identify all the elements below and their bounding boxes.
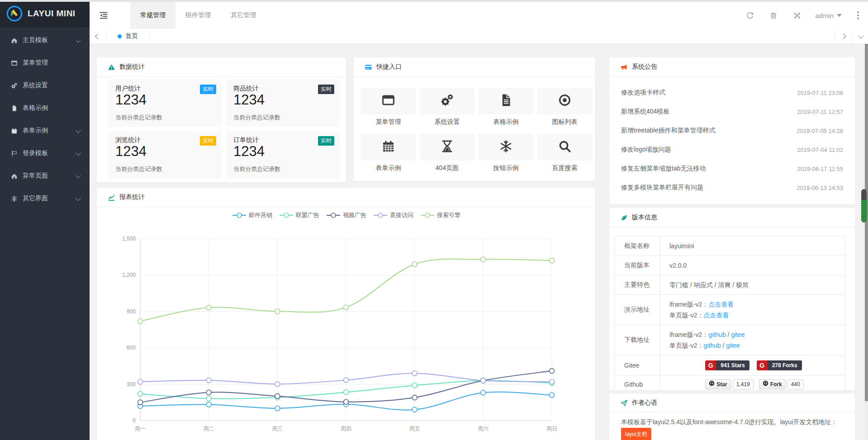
caret-down-icon	[837, 14, 842, 17]
announcement-row[interactable]: 修复多模块菜单栏展开有问题 2019-06-13 14:53	[609, 178, 855, 197]
user-menu[interactable]: admin	[809, 12, 848, 19]
quick-entry-百度搜索[interactable]: 百度搜索	[537, 134, 592, 172]
tabs-menu-button[interactable]	[851, 29, 868, 43]
version-row-主要特色: 主要特色 零门槛 / 响应式 / 清爽 / 极简	[615, 275, 845, 295]
svg-text:周三: 周三	[272, 426, 283, 432]
logo[interactable]: LAYUI MINI	[0, 0, 90, 27]
link-gitee[interactable]: gitee	[731, 331, 745, 338]
layui-mini-logo-icon	[6, 5, 23, 22]
stat-value: 1234	[115, 92, 147, 108]
legend-marker-icon	[279, 212, 294, 218]
sidebar-item-登录模板[interactable]: 登录模板	[0, 142, 90, 165]
refresh-button[interactable]	[738, 11, 762, 19]
card-title: 版本信息	[632, 213, 657, 222]
stat-value: 1234	[233, 92, 265, 108]
fullscreen-button[interactable]	[785, 12, 809, 19]
tabs-scroll-left-button[interactable]	[90, 29, 106, 43]
search-icon	[558, 139, 572, 155]
version-label: 下载地址	[615, 325, 660, 355]
sidebar-item-主页模板[interactable]: 主页模板	[0, 29, 90, 52]
quick-entry-label: 百度搜索	[537, 164, 592, 172]
hourglass-icon	[440, 139, 454, 155]
stat-value: 1234	[233, 143, 265, 160]
quick-entry-按钮示例[interactable]: 按钮示例	[479, 134, 533, 172]
sidebar-item-其它界面[interactable]: 其它界面	[0, 187, 90, 210]
legend-item-视频广告[interactable]: 视频广告	[326, 211, 366, 219]
announcement-date: 2019-06-13 14:53	[797, 185, 843, 191]
announcement-row[interactable]: 修改logo缩放问题 2019-07-04 11:02	[609, 140, 855, 159]
layui-doc-badge[interactable]: layui文档	[621, 428, 651, 440]
link-gitee[interactable]: gitee	[726, 342, 740, 349]
home-icon	[10, 37, 18, 44]
top-header: 常规管理组件管理其它管理 admin	[90, 0, 868, 29]
trash-icon	[769, 11, 778, 19]
version-label: 框架名称	[615, 237, 660, 255]
calendar-icon	[10, 128, 18, 134]
github-Star-button[interactable]: Star1,419	[705, 379, 753, 389]
legend-item-直接访问[interactable]: 直接访问	[373, 211, 413, 219]
chevron-down-icon	[76, 127, 81, 133]
scrollbar-thumb[interactable]	[865, 44, 868, 401]
legend-item-邮件营销[interactable]: 邮件营销	[232, 211, 272, 219]
card-title: 快捷入口	[376, 63, 402, 71]
gitee-badge[interactable]: G278 Forks	[757, 360, 802, 370]
stat-desc: 当前分类总记录数	[233, 114, 280, 122]
version-row-下载地址: 下载地址 iframe版-v2：github / gitee单页版-v2：git…	[615, 325, 845, 355]
link-github[interactable]: github	[708, 331, 726, 338]
quick-entry-图标列表[interactable]: 图标列表	[537, 88, 592, 126]
module-tab-常规管理[interactable]: 常规管理	[130, 2, 175, 29]
github-Fork-button[interactable]: Fork440	[759, 379, 804, 389]
quick-entry-表格示例[interactable]: 表格示例	[479, 88, 533, 126]
clear-cache-button[interactable]	[762, 11, 785, 19]
gitee-badge[interactable]: G941 Stars	[705, 360, 749, 370]
version-row-当前版本: 当前版本 v2.0.0	[615, 256, 845, 275]
sidebar-item-系统设置[interactable]: 系统设置	[0, 74, 90, 97]
announcement-text: 修改选项卡样式	[621, 89, 665, 97]
line-chart-icon	[108, 194, 115, 201]
sidebar-item-label: 异常页面	[23, 172, 48, 180]
legend-item-搜索引擎[interactable]: 搜索引擎	[420, 211, 460, 219]
tabs-scroll-right-button[interactable]	[835, 29, 851, 43]
announcement-row[interactable]: 修改选项卡样式 2019-07-11 23:06	[609, 83, 855, 102]
announcement-row[interactable]: 修复左侧菜单缩放tab无法移动 2019-06-17 11:55	[609, 159, 855, 178]
quick-entry-label: 404页面	[420, 164, 474, 172]
quick-entry-系统设置[interactable]: 系统设置	[420, 88, 474, 126]
sidebar-item-表格示例[interactable]: 表格示例	[0, 97, 90, 119]
sidebar-item-label: 表格示例	[23, 104, 48, 112]
svg-text:周六: 周六	[478, 426, 489, 432]
chart-legend: 邮件营销 联盟广告 视频广告 直接访问 搜索引擎	[97, 211, 595, 219]
legend-item-联盟广告[interactable]: 联盟广告	[279, 211, 319, 219]
module-tab-组件管理[interactable]: 组件管理	[175, 2, 221, 29]
link-github[interactable]: github	[703, 342, 721, 349]
tab-home[interactable]: 首页	[106, 29, 150, 43]
author-paragraph: 本模板基于layui2.5.4以及font-awesome-4.7.0进行实现。…	[621, 417, 843, 427]
announcement-row[interactable]: 新增系统404模板 2019-07-11 12:57	[609, 102, 855, 121]
inner-scrollbar-green-thumb[interactable]	[861, 189, 867, 222]
version-label: 当前版本	[615, 256, 660, 275]
quick-entry-404页面[interactable]: 404页面	[420, 134, 474, 172]
version-label: 主要特色	[615, 275, 660, 294]
stat-desc: 当前分类总记录数	[115, 114, 162, 122]
link-点击查看[interactable]: 点击查看	[703, 312, 729, 319]
announcement-row[interactable]: 新增treetable插件和菜单管理样式 2019-07-05 14:28	[609, 121, 855, 140]
quick-entry-表单示例[interactable]: 表单示例	[361, 134, 416, 172]
chevron-down-icon	[76, 195, 81, 201]
quick-entry-菜单管理[interactable]: 菜单管理	[361, 88, 416, 126]
announcement-date: 2019-07-11 12:57	[797, 109, 843, 115]
legend-label: 视频广告	[343, 211, 366, 219]
legend-label: 邮件营销	[249, 211, 272, 219]
file-icon	[10, 105, 18, 112]
version-value: v2.0.0	[669, 260, 845, 271]
sidebar-item-表单示例[interactable]: 表单示例	[0, 119, 90, 142]
fullscreen-icon	[793, 12, 801, 19]
quick-entry-grid: 菜单管理 系统设置 表格示例 图标列表 表单示例 404页面 按钮示例 百度搜索	[354, 77, 595, 172]
collapse-sidebar-button[interactable]	[90, 2, 118, 29]
quick-entry-label: 表单示例	[361, 164, 416, 172]
snowflake-icon	[499, 139, 513, 155]
more-menu-button[interactable]	[848, 11, 868, 19]
home-icon	[10, 173, 18, 180]
link-点击查看[interactable]: 点击查看	[708, 301, 734, 308]
sidebar-item-菜单管理[interactable]: 菜单管理	[0, 52, 90, 74]
sidebar-item-异常页面[interactable]: 异常页面	[0, 165, 90, 187]
module-tab-其它管理[interactable]: 其它管理	[221, 2, 266, 29]
